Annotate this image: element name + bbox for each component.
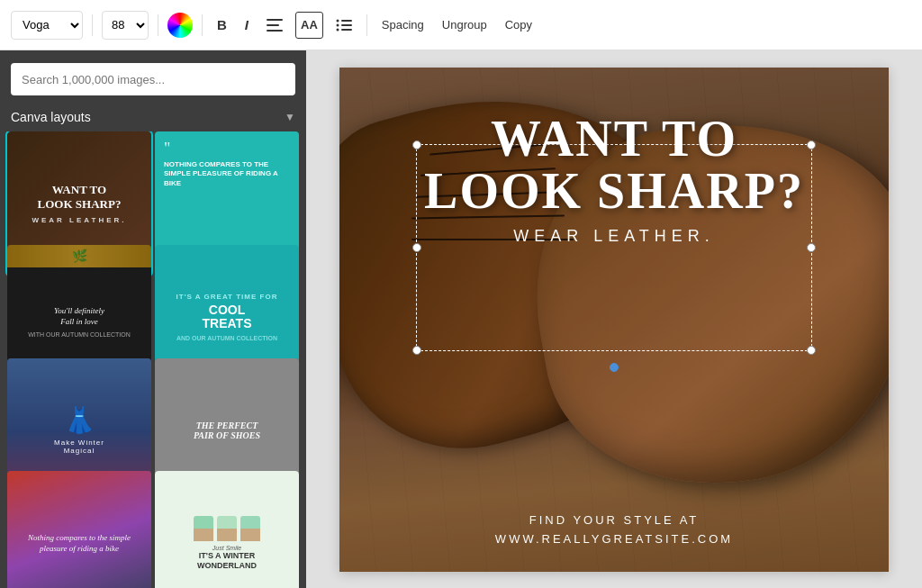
- canvas-content: WANT TO LOOK SHARP? WEAR LEATHER. FIND Y…: [339, 68, 889, 572]
- canvas-main-text[interactable]: WANT TO LOOK SHARP? WEAR LEATHER.: [424, 113, 804, 247]
- tmpl2-text: NOTHING COMPARES TO THE SIMPLE PLEASURE …: [164, 160, 290, 188]
- tmpl4-sub: AND OUR AUTUMN COLLECTION: [176, 335, 277, 341]
- ungroup-button[interactable]: Ungroup: [437, 14, 493, 35]
- tmpl4-title: COOLTREATS: [203, 303, 252, 331]
- spacing-button[interactable]: Spacing: [376, 14, 429, 35]
- tmpl3-sub: WITH OUR AUTUMN COLLECTION: [28, 331, 131, 338]
- svg-rect-1: [267, 24, 279, 26]
- canvas-footer-text: FIND YOUR STYLE AT WWW.REALLYGREATSITE.C…: [495, 511, 733, 549]
- layouts-header: Canva layouts ▼: [0, 104, 306, 131]
- canvas-headline-line2: LOOK SHARP?: [424, 165, 804, 218]
- tmpl1-sub: WEAR LEATHER.: [32, 216, 126, 224]
- divider-2: [158, 14, 158, 36]
- canvas-area: WANT TO LOOK SHARP? WEAR LEATHER. FIND Y…: [306, 50, 922, 588]
- canvas-footer: FIND YOUR STYLE AT WWW.REALLYGREATSITE.C…: [495, 511, 733, 549]
- toolbar: Voga 88 B I AA Spacing Ungroup Copy: [0, 0, 922, 50]
- templates-grid: WANT TOLOOK SHARP? WEAR LEATHER. " NOTHI…: [0, 131, 306, 588]
- font-family-select[interactable]: Voga: [11, 11, 83, 40]
- svg-rect-0: [267, 19, 283, 21]
- svg-rect-2: [267, 30, 283, 32]
- canvas-subheadline: WEAR LEATHER.: [424, 227, 804, 246]
- text-size-button[interactable]: AA: [295, 12, 323, 39]
- font-size-select[interactable]: 88: [102, 11, 149, 40]
- layouts-label: Canva layouts: [11, 110, 91, 124]
- canvas-headline-line1: WANT TO: [424, 113, 804, 166]
- copy-button[interactable]: Copy: [500, 14, 538, 35]
- tmpl4-pretext: IT'S A GREAT TIME FOR: [176, 293, 278, 301]
- color-picker-button[interactable]: [167, 13, 193, 38]
- svg-rect-6: [341, 24, 352, 26]
- search-input[interactable]: [11, 63, 295, 95]
- canvas-wrapper[interactable]: WANT TO LOOK SHARP? WEAR LEATHER. FIND Y…: [339, 68, 889, 572]
- tmpl5-text: Make WinterMagical: [54, 439, 104, 455]
- template-item[interactable]: Just Smile IT'S A WINTERWONDERLAND: [155, 471, 299, 588]
- list-button[interactable]: [330, 12, 357, 39]
- tmpl1-text: WANT TOLOOK SHARP?: [38, 183, 122, 211]
- template-item[interactable]: Nothing compares to the simple pleasure …: [7, 471, 151, 588]
- main-layout: Canva layouts ▼ WANT TOLOOK SHARP? WEAR …: [0, 50, 922, 588]
- sidebar: Canva layouts ▼ WANT TOLOOK SHARP? WEAR …: [0, 50, 306, 588]
- tmpl3-text: You'll definitelyFall in love: [54, 305, 104, 328]
- tmpl2-quote-mark: ": [164, 140, 290, 157]
- tmpl8-sub: Just Smile: [212, 545, 241, 551]
- italic-button[interactable]: I: [240, 12, 254, 39]
- search-container: [0, 50, 306, 104]
- divider-3: [202, 14, 203, 36]
- divider-4: [366, 14, 367, 36]
- bold-button[interactable]: B: [212, 12, 232, 39]
- svg-point-7: [336, 28, 339, 31]
- tmpl5-dress-icon: 👗: [64, 405, 95, 435]
- align-button[interactable]: [261, 12, 288, 39]
- divider-1: [92, 14, 93, 36]
- tmpl7-text: Nothing compares to the simple pleasure …: [14, 532, 144, 555]
- dropdown-arrow-icon[interactable]: ▼: [285, 111, 295, 123]
- svg-point-3: [336, 19, 339, 22]
- svg-rect-4: [341, 20, 352, 22]
- tmpl6-text: THE PERFECTPAIR OF SHOES: [194, 421, 260, 440]
- svg-point-5: [336, 23, 339, 26]
- svg-rect-8: [341, 29, 352, 31]
- tmpl8-title: IT'S A WINTERWONDERLAND: [197, 551, 257, 571]
